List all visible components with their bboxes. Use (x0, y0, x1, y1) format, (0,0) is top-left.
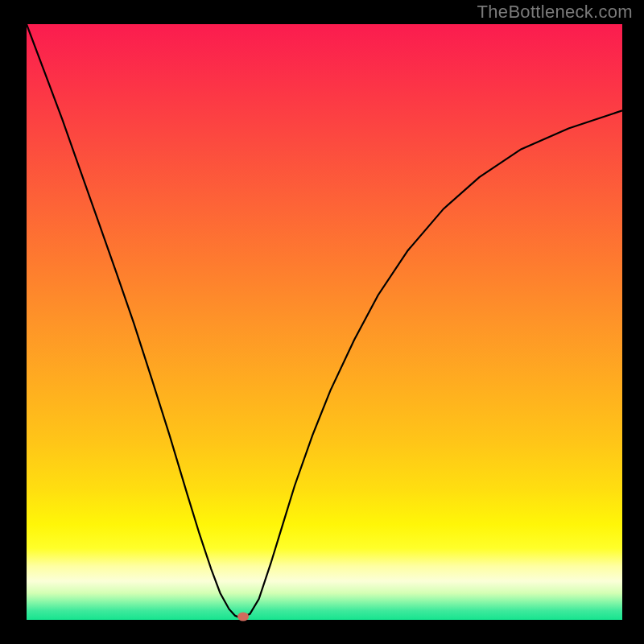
optimal-point-marker (237, 612, 249, 621)
bottleneck-curve (27, 24, 622, 620)
watermark-text: TheBottleneck.com (477, 2, 633, 23)
plot-area (27, 24, 622, 620)
chart-frame: TheBottleneck.com (0, 0, 644, 644)
